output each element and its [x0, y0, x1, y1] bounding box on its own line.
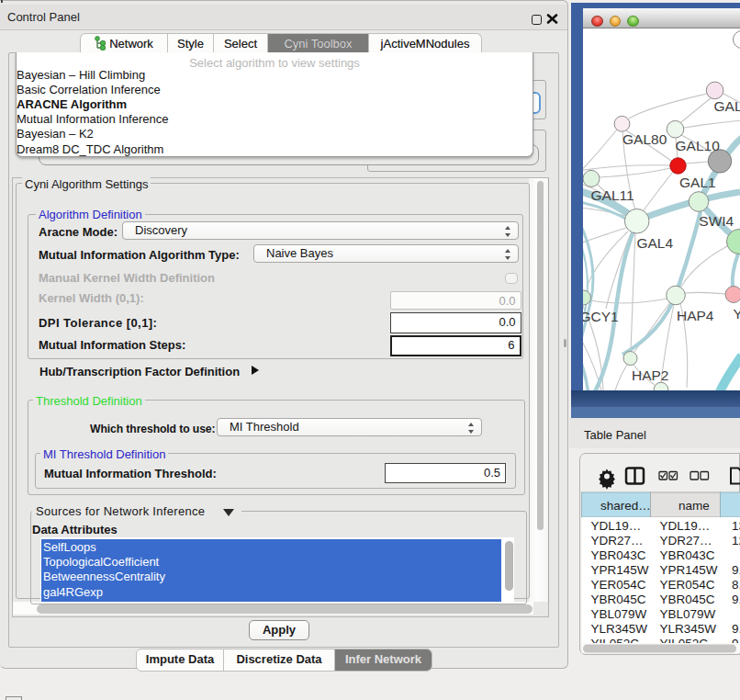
svg-text:13: 13 [732, 519, 740, 533]
svg-text:9.: 9. [732, 622, 740, 636]
svg-text:GAL10: GAL10 [676, 138, 721, 153]
svg-text:YBL079W: YBL079W [660, 607, 716, 621]
svg-text:YBR043C: YBR043C [660, 548, 715, 562]
svg-text:YBR043C: YBR043C [591, 548, 646, 562]
svg-text:8.: 8. [732, 578, 740, 592]
svg-text:YDL19…: YDL19… [591, 519, 642, 533]
svg-text:YLR345W: YLR345W [660, 622, 717, 636]
svg-text:name: name [678, 499, 710, 513]
svg-text:GAL4: GAL4 [636, 235, 673, 251]
svg-text:shared…: shared… [600, 499, 651, 513]
svg-text:YDR27…: YDR27… [591, 534, 644, 548]
svg-text:YDR27…: YDR27… [660, 534, 712, 548]
svg-text:12: 12 [732, 534, 740, 548]
svg-text:YPR145W: YPR145W [591, 563, 649, 577]
svg-text:9.: 9. [732, 593, 740, 606]
svg-text:YER054C: YER054C [591, 578, 646, 592]
svg-text:YER054C: YER054C [660, 578, 715, 592]
svg-text:GAL11: GAL11 [591, 187, 634, 203]
svg-text:GAL7: GAL7 [714, 98, 740, 114]
svg-text:YBL079W: YBL079W [591, 607, 647, 621]
svg-text:YPR145W: YPR145W [660, 563, 718, 577]
svg-text:HAP4: HAP4 [677, 308, 714, 323]
svg-text:HAP2: HAP2 [632, 367, 669, 383]
svg-text:YBR045C: YBR045C [591, 593, 646, 606]
svg-text:9.: 9. [732, 563, 740, 577]
svg-text:YLR345W: YLR345W [591, 622, 648, 636]
svg-text:Y: Y [734, 306, 740, 322]
svg-text:GCY1: GCY1 [583, 309, 619, 324]
svg-text:GAL1: GAL1 [679, 175, 716, 190]
svg-text:YBR045C: YBR045C [660, 593, 715, 606]
svg-text:SWI4: SWI4 [699, 213, 734, 229]
svg-text:GAL80: GAL80 [622, 131, 667, 147]
svg-text:YDL19…: YDL19… [660, 519, 711, 533]
